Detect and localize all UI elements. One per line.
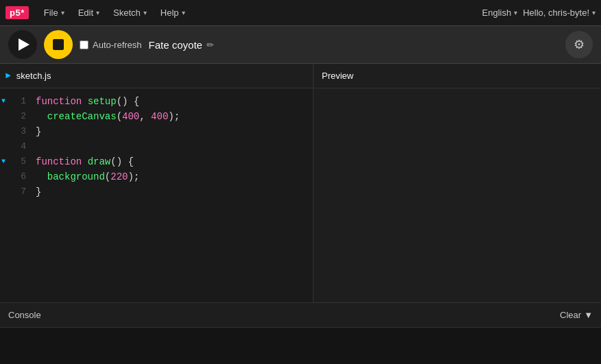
console-label: Console <box>8 310 41 320</box>
fold-arrow-icon[interactable]: ▼ <box>1 94 5 109</box>
stop-button[interactable] <box>44 30 73 59</box>
stop-icon <box>53 39 64 50</box>
code-content: function draw() { <box>33 154 134 169</box>
code-line: 4 <box>0 139 313 154</box>
chevron-down-icon: ▾ <box>96 9 99 16</box>
code-content: createCanvas(400, 400); <box>33 109 180 124</box>
line-number: 2 <box>0 109 33 124</box>
language-selector[interactable]: English ▾ <box>482 8 518 18</box>
code-content: } <box>33 184 41 199</box>
chevron-down-icon: ▾ <box>182 9 185 16</box>
console-bar: Console Clear ▼ <box>0 302 601 364</box>
pencil-icon[interactable]: ✏ <box>207 40 214 50</box>
menu-right: English ▾ Hello, chris-byte! ▾ <box>482 8 596 18</box>
code-content: } <box>33 124 41 139</box>
clear-console-button[interactable]: Clear ▼ <box>560 310 593 320</box>
sketch-name: Fate coyote ✏ <box>149 39 214 51</box>
toolbar: Auto-refresh Fate coyote ✏ ⚙ <box>0 26 601 64</box>
preview-header: Preview <box>314 64 601 88</box>
chevron-down-icon: ▾ <box>514 9 517 16</box>
menu-edit[interactable]: Edit ▾ <box>71 0 106 26</box>
line-number: ▼ 1 <box>0 94 33 109</box>
auto-refresh-toggle[interactable]: Auto-refresh <box>80 40 142 50</box>
code-line: 3 } <box>0 124 313 139</box>
chevron-down-icon: ▼ <box>584 310 593 320</box>
gear-icon: ⚙ <box>574 37 585 52</box>
editor-preview-row: ► sketch.js ▼ 1 function setup() { 2 cre… <box>0 64 601 302</box>
line-number: 4 <box>0 139 33 154</box>
console-output <box>0 328 601 364</box>
chevron-down-icon: ▾ <box>61 9 64 16</box>
code-line: 7 } <box>0 184 313 199</box>
code-editor[interactable]: ▼ 1 function setup() { 2 createCanvas(40… <box>0 88 313 302</box>
collapse-icon[interactable]: ► <box>5 71 11 81</box>
code-line: 6 background(220); <box>0 169 313 184</box>
code-content: function setup() { <box>33 94 139 109</box>
code-line: ▼ 5 function draw() { <box>0 154 313 169</box>
play-button[interactable] <box>8 30 37 59</box>
code-header: ► sketch.js <box>0 64 313 88</box>
line-number: 6 <box>0 169 33 184</box>
user-menu[interactable]: Hello, chris-byte! ▾ <box>523 8 596 18</box>
preview-label: Preview <box>322 71 353 81</box>
line-number: ▼ 5 <box>0 154 33 169</box>
line-number: 7 <box>0 184 33 199</box>
chevron-down-icon: ▾ <box>592 9 596 16</box>
auto-refresh-checkbox[interactable] <box>80 40 89 49</box>
menu-file[interactable]: File ▾ <box>37 0 71 26</box>
fold-arrow-icon[interactable]: ▼ <box>1 154 5 169</box>
console-header: Console Clear ▼ <box>0 303 601 328</box>
main-content: ► sketch.js ▼ 1 function setup() { 2 cre… <box>0 64 601 364</box>
preview-content <box>314 88 601 302</box>
code-content: background(220); <box>33 169 139 184</box>
settings-button[interactable]: ⚙ <box>565 31 593 58</box>
chevron-down-icon: ▾ <box>143 9 147 16</box>
line-number: 3 <box>0 124 33 139</box>
code-line: ▼ 1 function setup() { <box>0 94 313 109</box>
play-icon <box>19 38 30 51</box>
file-tab[interactable]: sketch.js <box>16 71 51 81</box>
menubar: p5* File ▾ Edit ▾ Sketch ▾ Help ▾ Englis… <box>0 0 601 26</box>
p5-logo: p5* <box>5 6 29 19</box>
code-line: 2 createCanvas(400, 400); <box>0 109 313 124</box>
menu-help[interactable]: Help ▾ <box>154 0 192 26</box>
preview-panel: Preview <box>313 64 601 302</box>
menu-sketch[interactable]: Sketch ▾ <box>106 0 154 26</box>
